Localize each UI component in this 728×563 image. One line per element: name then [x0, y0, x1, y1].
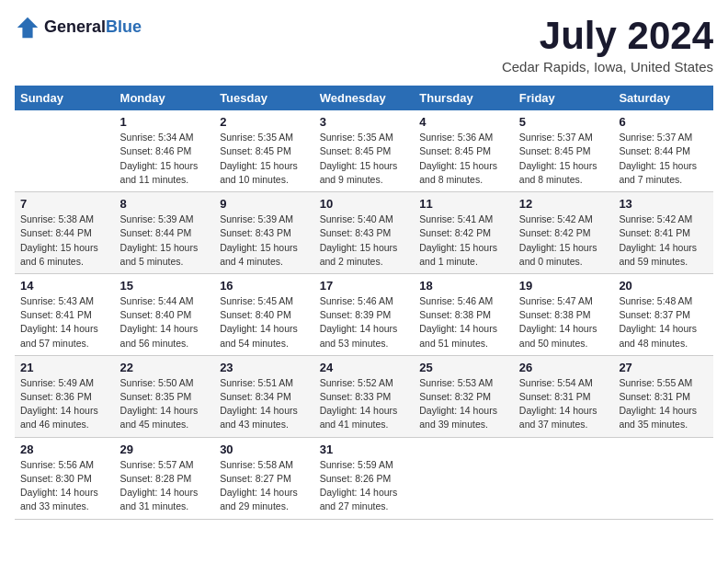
day-info: Sunrise: 5:56 AM Sunset: 8:30 PM Dayligh… [20, 458, 109, 514]
day-number: 4 [419, 115, 508, 129]
day-number: 22 [120, 361, 210, 374]
day-info: Sunrise: 5:48 AM Sunset: 8:37 PM Dayligh… [619, 294, 708, 350]
calendar-cell: 10Sunrise: 5:40 AM Sunset: 8:43 PM Dayli… [314, 192, 415, 274]
logo: GeneralBlue [15, 15, 142, 40]
day-info: Sunrise: 5:57 AM Sunset: 8:28 PM Dayligh… [120, 458, 210, 514]
day-info: Sunrise: 5:35 AM Sunset: 8:45 PM Dayligh… [320, 131, 409, 187]
calendar-cell: 23Sunrise: 5:51 AM Sunset: 8:34 PM Dayli… [214, 355, 314, 437]
calendar-cell [613, 437, 713, 519]
day-number: 23 [220, 361, 309, 374]
day-info: Sunrise: 5:34 AM Sunset: 8:46 PM Dayligh… [120, 131, 210, 187]
calendar-cell [414, 437, 514, 519]
day-info: Sunrise: 5:35 AM Sunset: 8:45 PM Dayligh… [220, 131, 309, 187]
logo-general: General [44, 17, 106, 36]
day-number: 6 [619, 115, 708, 129]
calendar-cell: 30Sunrise: 5:58 AM Sunset: 8:27 PM Dayli… [214, 437, 314, 519]
calendar-table: Sunday Monday Tuesday Wednesday Thursday… [15, 86, 713, 519]
col-friday: Friday [514, 86, 614, 110]
day-info: Sunrise: 5:40 AM Sunset: 8:43 PM Dayligh… [320, 213, 409, 269]
calendar-cell: 27Sunrise: 5:55 AM Sunset: 8:31 PM Dayli… [613, 355, 713, 437]
day-info: Sunrise: 5:36 AM Sunset: 8:45 PM Dayligh… [419, 131, 508, 187]
day-info: Sunrise: 5:46 AM Sunset: 8:38 PM Dayligh… [419, 294, 508, 350]
day-number: 26 [519, 361, 609, 374]
calendar-cell: 18Sunrise: 5:46 AM Sunset: 8:38 PM Dayli… [414, 273, 514, 355]
calendar-cell: 28Sunrise: 5:56 AM Sunset: 8:30 PM Dayli… [15, 437, 115, 519]
svg-marker-0 [17, 17, 38, 38]
calendar-cell: 8Sunrise: 5:39 AM Sunset: 8:44 PM Daylig… [115, 192, 215, 274]
calendar-cell: 21Sunrise: 5:49 AM Sunset: 8:36 PM Dayli… [15, 355, 115, 437]
calendar-cell: 9Sunrise: 5:39 AM Sunset: 8:43 PM Daylig… [214, 192, 314, 274]
calendar-cell: 29Sunrise: 5:57 AM Sunset: 8:28 PM Dayli… [115, 437, 215, 519]
calendar-cell: 25Sunrise: 5:53 AM Sunset: 8:32 PM Dayli… [414, 355, 514, 437]
logo-blue: Blue [106, 17, 142, 36]
day-number: 25 [419, 361, 508, 374]
day-number: 21 [20, 361, 109, 374]
day-number: 1 [120, 115, 210, 129]
calendar-cell: 19Sunrise: 5:47 AM Sunset: 8:38 PM Dayli… [514, 273, 614, 355]
calendar-cell: 17Sunrise: 5:46 AM Sunset: 8:39 PM Dayli… [314, 273, 415, 355]
day-number: 30 [220, 442, 309, 456]
calendar-cell [514, 437, 614, 519]
day-info: Sunrise: 5:37 AM Sunset: 8:45 PM Dayligh… [519, 131, 609, 187]
calendar-cell: 11Sunrise: 5:41 AM Sunset: 8:42 PM Dayli… [414, 192, 514, 274]
calendar-cell: 4Sunrise: 5:36 AM Sunset: 8:45 PM Daylig… [414, 110, 514, 191]
day-number: 24 [320, 361, 409, 374]
calendar-cell: 31Sunrise: 5:59 AM Sunset: 8:26 PM Dayli… [314, 437, 415, 519]
day-info: Sunrise: 5:46 AM Sunset: 8:39 PM Dayligh… [320, 294, 409, 350]
day-info: Sunrise: 5:52 AM Sunset: 8:33 PM Dayligh… [320, 376, 409, 432]
day-info: Sunrise: 5:54 AM Sunset: 8:31 PM Dayligh… [519, 376, 609, 432]
day-info: Sunrise: 5:53 AM Sunset: 8:32 PM Dayligh… [419, 376, 508, 432]
calendar-week-5: 28Sunrise: 5:56 AM Sunset: 8:30 PM Dayli… [15, 437, 713, 519]
day-number: 9 [220, 197, 309, 211]
calendar-cell [15, 110, 115, 191]
col-monday: Monday [115, 86, 215, 110]
day-number: 2 [220, 115, 309, 129]
col-thursday: Thursday [414, 86, 514, 110]
day-number: 27 [619, 361, 708, 374]
col-wednesday: Wednesday [314, 86, 415, 110]
calendar-cell: 16Sunrise: 5:45 AM Sunset: 8:40 PM Dayli… [214, 273, 314, 355]
day-number: 14 [20, 279, 109, 293]
calendar-cell: 15Sunrise: 5:44 AM Sunset: 8:40 PM Dayli… [115, 273, 215, 355]
calendar-cell: 26Sunrise: 5:54 AM Sunset: 8:31 PM Dayli… [514, 355, 614, 437]
day-info: Sunrise: 5:45 AM Sunset: 8:40 PM Dayligh… [220, 294, 309, 350]
header-row: Sunday Monday Tuesday Wednesday Thursday… [15, 86, 713, 110]
day-info: Sunrise: 5:42 AM Sunset: 8:42 PM Dayligh… [519, 213, 609, 269]
day-number: 18 [419, 279, 508, 293]
month-year: July 2024 [502, 15, 713, 57]
col-tuesday: Tuesday [214, 86, 314, 110]
day-info: Sunrise: 5:49 AM Sunset: 8:36 PM Dayligh… [20, 376, 109, 432]
calendar-cell: 5Sunrise: 5:37 AM Sunset: 8:45 PM Daylig… [514, 110, 614, 191]
day-info: Sunrise: 5:39 AM Sunset: 8:43 PM Dayligh… [220, 213, 309, 269]
day-info: Sunrise: 5:37 AM Sunset: 8:44 PM Dayligh… [619, 131, 708, 187]
day-info: Sunrise: 5:43 AM Sunset: 8:41 PM Dayligh… [20, 294, 109, 350]
day-number: 10 [320, 197, 409, 211]
day-number: 7 [20, 197, 109, 211]
day-info: Sunrise: 5:42 AM Sunset: 8:41 PM Dayligh… [619, 213, 708, 269]
calendar-cell: 1Sunrise: 5:34 AM Sunset: 8:46 PM Daylig… [115, 110, 215, 191]
col-saturday: Saturday [613, 86, 713, 110]
calendar-cell: 13Sunrise: 5:42 AM Sunset: 8:41 PM Dayli… [613, 192, 713, 274]
logo-text: GeneralBlue [44, 18, 142, 37]
calendar-cell: 24Sunrise: 5:52 AM Sunset: 8:33 PM Dayli… [314, 355, 415, 437]
day-info: Sunrise: 5:51 AM Sunset: 8:34 PM Dayligh… [220, 376, 309, 432]
calendar-week-4: 21Sunrise: 5:49 AM Sunset: 8:36 PM Dayli… [15, 355, 713, 437]
day-number: 12 [519, 197, 609, 211]
calendar-week-2: 7Sunrise: 5:38 AM Sunset: 8:44 PM Daylig… [15, 192, 713, 274]
day-info: Sunrise: 5:47 AM Sunset: 8:38 PM Dayligh… [519, 294, 609, 350]
col-sunday: Sunday [15, 86, 115, 110]
day-number: 28 [20, 442, 109, 456]
day-number: 19 [519, 279, 609, 293]
day-number: 16 [220, 279, 309, 293]
day-info: Sunrise: 5:44 AM Sunset: 8:40 PM Dayligh… [120, 294, 210, 350]
day-number: 8 [120, 197, 210, 211]
day-number: 3 [320, 115, 409, 129]
logo-icon [15, 15, 40, 40]
calendar-week-3: 14Sunrise: 5:43 AM Sunset: 8:41 PM Dayli… [15, 273, 713, 355]
day-number: 5 [519, 115, 609, 129]
day-number: 15 [120, 279, 210, 293]
calendar-week-1: 1Sunrise: 5:34 AM Sunset: 8:46 PM Daylig… [15, 110, 713, 191]
calendar-cell: 7Sunrise: 5:38 AM Sunset: 8:44 PM Daylig… [15, 192, 115, 274]
day-number: 13 [619, 197, 708, 211]
title-area: July 2024 Cedar Rapids, Iowa, United Sta… [502, 15, 713, 75]
